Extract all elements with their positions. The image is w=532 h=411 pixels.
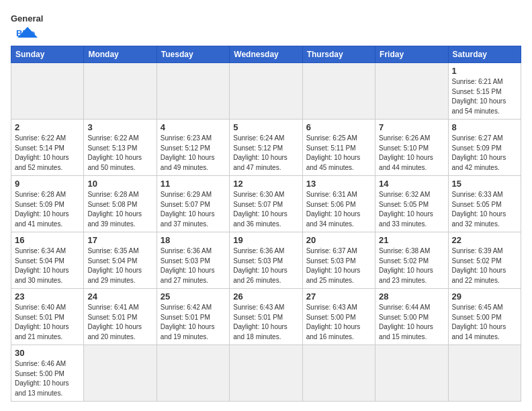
day-number: 25	[161, 291, 226, 302]
day-number: 27	[306, 291, 371, 302]
day-info: Sunrise: 6:21 AM Sunset: 5:15 PM Dayligh…	[452, 77, 517, 116]
calendar-day: 30Sunrise: 6:46 AM Sunset: 5:00 PM Dayli…	[11, 345, 84, 402]
day-info: Sunrise: 6:33 AM Sunset: 5:05 PM Dayligh…	[452, 190, 517, 229]
svg-text:Blue: Blue	[16, 28, 35, 38]
day-info: Sunrise: 6:28 AM Sunset: 5:08 PM Dayligh…	[87, 190, 152, 229]
calendar-day: 4Sunrise: 6:23 AM Sunset: 5:12 PM Daylig…	[157, 120, 229, 176]
day-info: Sunrise: 6:39 AM Sunset: 5:02 PM Dayligh…	[452, 246, 517, 285]
calendar-day	[84, 345, 157, 402]
day-info: Sunrise: 6:36 AM Sunset: 5:03 PM Dayligh…	[161, 246, 226, 285]
calendar-day	[375, 345, 448, 402]
day-number: 4	[161, 122, 226, 132]
day-info: Sunrise: 6:40 AM Sunset: 5:01 PM Dayligh…	[15, 303, 80, 342]
calendar-day: 19Sunrise: 6:36 AM Sunset: 5:03 PM Dayli…	[230, 232, 302, 289]
day-info: Sunrise: 6:31 AM Sunset: 5:06 PM Dayligh…	[306, 190, 371, 229]
page-header: General Blue	[11, 11, 521, 39]
day-number: 23	[15, 291, 80, 302]
calendar-day: 16Sunrise: 6:34 AM Sunset: 5:04 PM Dayli…	[11, 232, 84, 289]
day-number: 11	[161, 179, 226, 189]
day-info: Sunrise: 6:37 AM Sunset: 5:03 PM Dayligh…	[306, 246, 371, 285]
calendar-day	[157, 345, 229, 402]
calendar-day: 11Sunrise: 6:29 AM Sunset: 5:07 PM Dayli…	[157, 176, 229, 232]
day-info: Sunrise: 6:25 AM Sunset: 5:11 PM Dayligh…	[306, 134, 371, 173]
day-header-tuesday: Tuesday	[157, 46, 229, 63]
calendar-day: 20Sunrise: 6:37 AM Sunset: 5:03 PM Dayli…	[302, 232, 375, 289]
day-number: 9	[15, 179, 80, 189]
calendar-week-row: 9Sunrise: 6:28 AM Sunset: 5:09 PM Daylig…	[11, 176, 521, 232]
day-info: Sunrise: 6:42 AM Sunset: 5:01 PM Dayligh…	[161, 303, 226, 342]
day-header-thursday: Thursday	[302, 46, 375, 63]
calendar-week-row: 23Sunrise: 6:40 AM Sunset: 5:01 PM Dayli…	[11, 289, 521, 345]
day-number: 6	[306, 122, 371, 132]
calendar-day: 3Sunrise: 6:22 AM Sunset: 5:13 PM Daylig…	[84, 120, 157, 176]
logo-svg: General Blue	[11, 11, 44, 39]
calendar-day: 6Sunrise: 6:25 AM Sunset: 5:11 PM Daylig…	[302, 120, 375, 176]
calendar-day: 1Sunrise: 6:21 AM Sunset: 5:15 PM Daylig…	[448, 63, 521, 120]
day-info: Sunrise: 6:45 AM Sunset: 5:00 PM Dayligh…	[452, 303, 517, 342]
calendar-day	[11, 63, 84, 120]
logo: General Blue	[11, 11, 44, 39]
calendar-day: 8Sunrise: 6:27 AM Sunset: 5:09 PM Daylig…	[448, 120, 521, 176]
calendar-day: 17Sunrise: 6:35 AM Sunset: 5:04 PM Dayli…	[84, 232, 157, 289]
day-info: Sunrise: 6:35 AM Sunset: 5:04 PM Dayligh…	[87, 246, 152, 285]
day-number: 24	[87, 291, 152, 302]
calendar-day	[302, 63, 375, 120]
day-info: Sunrise: 6:46 AM Sunset: 5:00 PM Dayligh…	[15, 359, 80, 398]
day-info: Sunrise: 6:22 AM Sunset: 5:13 PM Dayligh…	[87, 134, 152, 173]
calendar-week-row: 1Sunrise: 6:21 AM Sunset: 5:15 PM Daylig…	[11, 63, 521, 120]
day-info: Sunrise: 6:36 AM Sunset: 5:03 PM Dayligh…	[233, 246, 298, 285]
calendar-day: 21Sunrise: 6:38 AM Sunset: 5:02 PM Dayli…	[375, 232, 448, 289]
day-info: Sunrise: 6:43 AM Sunset: 5:01 PM Dayligh…	[233, 303, 298, 342]
calendar-header-row: SundayMondayTuesdayWednesdayThursdayFrid…	[11, 46, 521, 63]
day-number: 13	[306, 179, 371, 189]
day-number: 17	[87, 235, 152, 245]
day-info: Sunrise: 6:43 AM Sunset: 5:00 PM Dayligh…	[306, 303, 371, 342]
day-number: 7	[379, 122, 444, 132]
calendar-day: 7Sunrise: 6:26 AM Sunset: 5:10 PM Daylig…	[375, 120, 448, 176]
day-number: 26	[233, 291, 298, 302]
calendar-day: 23Sunrise: 6:40 AM Sunset: 5:01 PM Dayli…	[11, 289, 84, 345]
day-header-wednesday: Wednesday	[230, 46, 302, 63]
day-number: 15	[452, 179, 517, 189]
calendar-day: 26Sunrise: 6:43 AM Sunset: 5:01 PM Dayli…	[230, 289, 302, 345]
calendar-day	[375, 63, 448, 120]
calendar-table: SundayMondayTuesdayWednesdayThursdayFrid…	[11, 46, 521, 402]
day-info: Sunrise: 6:23 AM Sunset: 5:12 PM Dayligh…	[161, 134, 226, 173]
day-number: 30	[15, 348, 80, 358]
day-header-monday: Monday	[84, 46, 157, 63]
day-number: 2	[15, 122, 80, 132]
day-number: 12	[233, 179, 298, 189]
calendar-day: 14Sunrise: 6:32 AM Sunset: 5:05 PM Dayli…	[375, 176, 448, 232]
day-number: 1	[452, 66, 517, 76]
calendar-day: 10Sunrise: 6:28 AM Sunset: 5:08 PM Dayli…	[84, 176, 157, 232]
calendar-day: 28Sunrise: 6:44 AM Sunset: 5:00 PM Dayli…	[375, 289, 448, 345]
calendar-day: 24Sunrise: 6:41 AM Sunset: 5:01 PM Dayli…	[84, 289, 157, 345]
day-number: 28	[379, 291, 444, 302]
day-info: Sunrise: 6:29 AM Sunset: 5:07 PM Dayligh…	[161, 190, 226, 229]
calendar-day: 27Sunrise: 6:43 AM Sunset: 5:00 PM Dayli…	[302, 289, 375, 345]
day-number: 16	[15, 235, 80, 245]
day-number: 8	[452, 122, 517, 132]
day-number: 5	[233, 122, 298, 132]
calendar-day: 9Sunrise: 6:28 AM Sunset: 5:09 PM Daylig…	[11, 176, 84, 232]
calendar-day: 25Sunrise: 6:42 AM Sunset: 5:01 PM Dayli…	[157, 289, 229, 345]
day-header-friday: Friday	[375, 46, 448, 63]
calendar-day: 13Sunrise: 6:31 AM Sunset: 5:06 PM Dayli…	[302, 176, 375, 232]
calendar-day: 2Sunrise: 6:22 AM Sunset: 5:14 PM Daylig…	[11, 120, 84, 176]
day-number: 19	[233, 235, 298, 245]
day-number: 3	[87, 122, 152, 132]
day-info: Sunrise: 6:32 AM Sunset: 5:05 PM Dayligh…	[379, 190, 444, 229]
day-info: Sunrise: 6:22 AM Sunset: 5:14 PM Dayligh…	[15, 134, 80, 173]
calendar-week-row: 16Sunrise: 6:34 AM Sunset: 5:04 PM Dayli…	[11, 232, 521, 289]
day-info: Sunrise: 6:30 AM Sunset: 5:07 PM Dayligh…	[233, 190, 298, 229]
calendar-day: 18Sunrise: 6:36 AM Sunset: 5:03 PM Dayli…	[157, 232, 229, 289]
day-number: 22	[452, 235, 517, 245]
day-number: 18	[161, 235, 226, 245]
day-info: Sunrise: 6:41 AM Sunset: 5:01 PM Dayligh…	[87, 303, 152, 342]
day-info: Sunrise: 6:44 AM Sunset: 5:00 PM Dayligh…	[379, 303, 444, 342]
calendar-week-row: 30Sunrise: 6:46 AM Sunset: 5:00 PM Dayli…	[11, 345, 521, 402]
day-header-saturday: Saturday	[448, 46, 521, 63]
day-number: 29	[452, 291, 517, 302]
day-info: Sunrise: 6:34 AM Sunset: 5:04 PM Dayligh…	[15, 246, 80, 285]
day-number: 20	[306, 235, 371, 245]
